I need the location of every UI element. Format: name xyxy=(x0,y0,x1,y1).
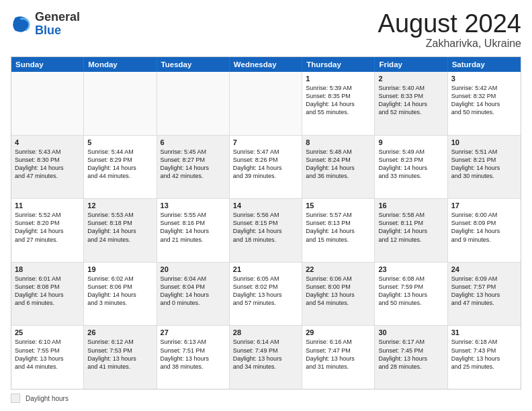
logo: General Blue xyxy=(11,11,80,38)
table-row: 18Sunrise: 6:01 AM Sunset: 8:08 PM Dayli… xyxy=(11,263,84,326)
table-row: 13Sunrise: 5:55 AM Sunset: 8:16 PM Dayli… xyxy=(157,199,230,262)
cell-info: Sunrise: 6:09 AM Sunset: 7:57 PM Dayligh… xyxy=(451,275,517,308)
cell-info: Sunrise: 5:42 AM Sunset: 8:32 PM Dayligh… xyxy=(451,84,517,117)
calendar-body: 1Sunrise: 5:39 AM Sunset: 8:35 PM Daylig… xyxy=(11,72,521,389)
table-row: 12Sunrise: 5:53 AM Sunset: 8:18 PM Dayli… xyxy=(84,199,157,262)
calendar-row: 11Sunrise: 5:52 AM Sunset: 8:20 PM Dayli… xyxy=(11,199,521,263)
day-number: 31 xyxy=(451,328,517,336)
day-number: 5 xyxy=(87,138,152,146)
day-number: 13 xyxy=(161,201,226,210)
cell-info: Sunrise: 5:48 AM Sunset: 8:24 PM Dayligh… xyxy=(306,148,371,181)
table-row: 14Sunrise: 5:56 AM Sunset: 8:15 PM Dayli… xyxy=(230,199,302,262)
day-number: 20 xyxy=(161,265,226,273)
calendar-row: 1Sunrise: 5:39 AM Sunset: 8:35 PM Daylig… xyxy=(11,72,521,136)
cell-info: Sunrise: 6:13 AM Sunset: 7:51 PM Dayligh… xyxy=(161,338,226,371)
cell-info: Sunrise: 5:53 AM Sunset: 8:18 PM Dayligh… xyxy=(87,211,152,244)
logo-icon xyxy=(11,13,32,35)
day-number: 15 xyxy=(306,201,371,210)
table-row: 1Sunrise: 5:39 AM Sunset: 8:35 PM Daylig… xyxy=(302,72,375,135)
title-location: Zakharivka, Ukraine xyxy=(378,38,521,50)
table-row: 19Sunrise: 6:02 AM Sunset: 8:06 PM Dayli… xyxy=(84,263,157,326)
calendar-row: 18Sunrise: 6:01 AM Sunset: 8:08 PM Dayli… xyxy=(11,263,521,326)
table-row: 5Sunrise: 5:44 AM Sunset: 8:29 PM Daylig… xyxy=(84,136,157,199)
cell-info: Sunrise: 5:47 AM Sunset: 8:26 PM Dayligh… xyxy=(233,148,298,181)
day-number: 10 xyxy=(451,138,517,146)
day-number: 23 xyxy=(378,265,443,273)
cell-info: Sunrise: 5:43 AM Sunset: 8:30 PM Dayligh… xyxy=(15,148,80,181)
table-row: 6Sunrise: 5:45 AM Sunset: 8:27 PM Daylig… xyxy=(157,136,230,199)
cell-info: Sunrise: 5:40 AM Sunset: 8:33 PM Dayligh… xyxy=(378,84,443,117)
cell-info: Sunrise: 5:39 AM Sunset: 8:35 PM Dayligh… xyxy=(306,84,371,117)
table-row: 11Sunrise: 5:52 AM Sunset: 8:20 PM Dayli… xyxy=(11,199,84,262)
day-number: 7 xyxy=(233,138,298,146)
cell-info: Sunrise: 6:04 AM Sunset: 8:04 PM Dayligh… xyxy=(161,275,226,308)
cell-info: Sunrise: 6:18 AM Sunset: 7:43 PM Dayligh… xyxy=(451,338,517,371)
logo-blue-text: Blue xyxy=(35,24,80,38)
cell-info: Sunrise: 5:57 AM Sunset: 8:13 PM Dayligh… xyxy=(306,211,371,244)
table-row: 3Sunrise: 5:42 AM Sunset: 8:32 PM Daylig… xyxy=(448,72,521,135)
header-saturday: Saturday xyxy=(448,57,521,72)
table-row: 17Sunrise: 6:00 AM Sunset: 8:09 PM Dayli… xyxy=(448,199,521,262)
cell-info: Sunrise: 6:14 AM Sunset: 7:49 PM Dayligh… xyxy=(233,338,298,371)
day-number: 30 xyxy=(378,328,443,336)
table-row: 21Sunrise: 6:05 AM Sunset: 8:02 PM Dayli… xyxy=(230,263,302,326)
day-number: 28 xyxy=(233,328,298,336)
day-number: 11 xyxy=(15,201,80,210)
day-number: 26 xyxy=(87,328,152,336)
legend: Daylight hours xyxy=(11,394,521,403)
day-number: 25 xyxy=(15,328,80,336)
day-number: 18 xyxy=(15,265,80,273)
table-row: 7Sunrise: 5:47 AM Sunset: 8:26 PM Daylig… xyxy=(230,136,302,199)
day-number: 17 xyxy=(451,201,517,210)
header-wednesday: Wednesday xyxy=(230,57,302,72)
calendar-row: 25Sunrise: 6:10 AM Sunset: 7:55 PM Dayli… xyxy=(11,326,521,389)
table-row: 30Sunrise: 6:17 AM Sunset: 7:45 PM Dayli… xyxy=(375,326,447,389)
cell-info: Sunrise: 5:55 AM Sunset: 8:16 PM Dayligh… xyxy=(161,211,226,244)
cell-info: Sunrise: 6:06 AM Sunset: 8:00 PM Dayligh… xyxy=(306,275,371,308)
day-number: 2 xyxy=(378,75,443,83)
day-number: 22 xyxy=(306,265,371,273)
table-row: 28Sunrise: 6:14 AM Sunset: 7:49 PM Dayli… xyxy=(230,326,302,389)
table-row: 26Sunrise: 6:12 AM Sunset: 7:53 PM Dayli… xyxy=(84,326,157,389)
table-row: 31Sunrise: 6:18 AM Sunset: 7:43 PM Dayli… xyxy=(448,326,521,389)
table-row: 9Sunrise: 5:49 AM Sunset: 8:23 PM Daylig… xyxy=(375,136,447,199)
cell-info: Sunrise: 6:17 AM Sunset: 7:45 PM Dayligh… xyxy=(378,338,443,371)
table-row: 10Sunrise: 5:51 AM Sunset: 8:21 PM Dayli… xyxy=(448,136,521,199)
cell-info: Sunrise: 5:44 AM Sunset: 8:29 PM Dayligh… xyxy=(87,148,152,181)
day-number: 4 xyxy=(15,138,80,146)
table-row: 24Sunrise: 6:09 AM Sunset: 7:57 PM Dayli… xyxy=(448,263,521,326)
cell-info: Sunrise: 6:10 AM Sunset: 7:55 PM Dayligh… xyxy=(15,338,80,371)
page: General Blue August 2024 Zakharivka, Ukr… xyxy=(0,0,532,411)
table-row: 27Sunrise: 6:13 AM Sunset: 7:51 PM Dayli… xyxy=(157,326,230,389)
calendar: Sunday Monday Tuesday Wednesday Thursday… xyxy=(11,56,521,390)
table-row: 23Sunrise: 6:08 AM Sunset: 7:59 PM Dayli… xyxy=(375,263,447,326)
table-row: 25Sunrise: 6:10 AM Sunset: 7:55 PM Dayli… xyxy=(11,326,84,389)
calendar-row: 4Sunrise: 5:43 AM Sunset: 8:30 PM Daylig… xyxy=(11,136,521,199)
table-row: 16Sunrise: 5:58 AM Sunset: 8:11 PM Dayli… xyxy=(375,199,447,262)
cell-info: Sunrise: 5:45 AM Sunset: 8:27 PM Dayligh… xyxy=(161,148,226,181)
day-number: 3 xyxy=(451,75,517,83)
day-number: 1 xyxy=(306,75,371,83)
legend-swatch xyxy=(11,394,20,403)
header-thursday: Thursday xyxy=(302,57,375,72)
table-row xyxy=(11,72,84,135)
table-row xyxy=(230,72,302,135)
table-row: 2Sunrise: 5:40 AM Sunset: 8:33 PM Daylig… xyxy=(375,72,447,135)
header: General Blue August 2024 Zakharivka, Ukr… xyxy=(11,11,521,50)
table-row: 15Sunrise: 5:57 AM Sunset: 8:13 PM Dayli… xyxy=(302,199,375,262)
day-number: 14 xyxy=(233,201,298,210)
cell-info: Sunrise: 5:58 AM Sunset: 8:11 PM Dayligh… xyxy=(378,211,443,244)
cell-info: Sunrise: 5:49 AM Sunset: 8:23 PM Dayligh… xyxy=(378,148,443,181)
cell-info: Sunrise: 6:05 AM Sunset: 8:02 PM Dayligh… xyxy=(233,275,298,308)
cell-info: Sunrise: 6:12 AM Sunset: 7:53 PM Dayligh… xyxy=(87,338,152,371)
cell-info: Sunrise: 5:56 AM Sunset: 8:15 PM Dayligh… xyxy=(233,211,298,244)
logo-text: General Blue xyxy=(35,11,80,38)
table-row: 8Sunrise: 5:48 AM Sunset: 8:24 PM Daylig… xyxy=(302,136,375,199)
day-number: 24 xyxy=(451,265,517,273)
table-row: 29Sunrise: 6:16 AM Sunset: 7:47 PM Dayli… xyxy=(302,326,375,389)
logo-general-text: General xyxy=(35,11,80,24)
header-monday: Monday xyxy=(84,57,157,72)
table-row: 20Sunrise: 6:04 AM Sunset: 8:04 PM Dayli… xyxy=(157,263,230,326)
cell-info: Sunrise: 5:51 AM Sunset: 8:21 PM Dayligh… xyxy=(451,148,517,181)
cell-info: Sunrise: 6:02 AM Sunset: 8:06 PM Dayligh… xyxy=(87,275,152,308)
